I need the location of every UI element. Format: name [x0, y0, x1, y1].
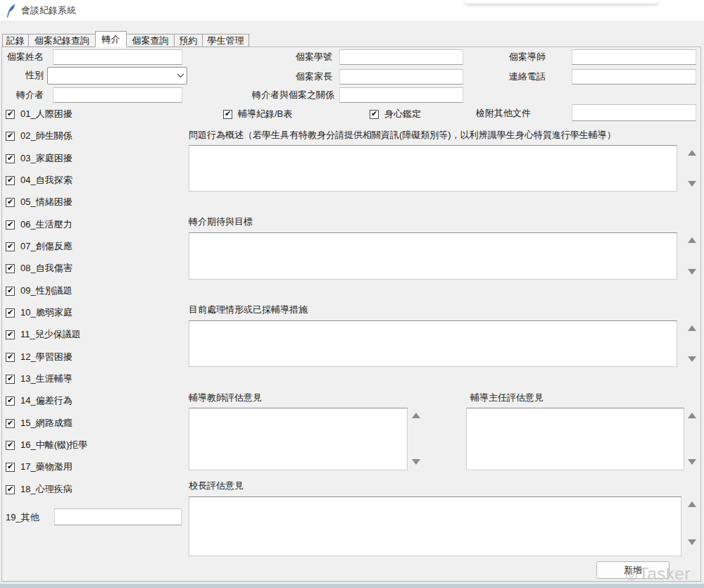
referrer-input[interactable] [53, 87, 182, 103]
issue-checkbox-05[interactable]: ✔05_情緒困擾 [6, 196, 73, 208]
issue-checkbox-10[interactable]: ✔10_脆弱家庭 [6, 306, 73, 319]
issue-checkbox-02[interactable]: ✔02_師生關係 [6, 130, 73, 142]
problem-section-label: 問題行為概述（若學生具有特教身分請提供相關資訊(障礙類別等)，以利辨識學生身心特… [189, 127, 616, 143]
issue-label: 17_藥物濫用 [20, 461, 73, 473]
checkbox-checked-icon: ✔ [6, 463, 15, 472]
checkbox-checked-icon: ✔ [6, 287, 15, 296]
scroll-down-arrow-icon[interactable] [688, 539, 696, 545]
director-opinion-label: 輔導主任評估意見 [470, 390, 543, 406]
issue-checkbox-09[interactable]: ✔09_性別議題 [6, 284, 73, 297]
gender-combobox[interactable] [47, 67, 187, 85]
tab-case-record-search[interactable]: 個案紀錄查詢 [28, 34, 96, 47]
checkbox-checked-icon: ✔ [6, 264, 15, 273]
tab-records[interactable]: 記錄 [2, 34, 29, 47]
issue-checkbox-06[interactable]: ✔06_生活壓力 [6, 218, 73, 231]
issue-checkbox-07[interactable]: ✔07_創傷反應 [6, 240, 73, 253]
scroll-up-arrow-icon[interactable] [688, 237, 696, 243]
doc-check-assessment[interactable]: ✔ 身心鑑定 [370, 108, 421, 120]
issue-checkbox-04[interactable]: ✔04_自我探索 [6, 174, 73, 187]
checkbox-checked-icon: ✔ [6, 308, 15, 318]
other-issue-input[interactable] [54, 508, 182, 525]
parent-label: 個案家長 [262, 69, 332, 85]
scroll-down-arrow-icon[interactable] [688, 356, 696, 362]
checkbox-checked-icon: ✔ [6, 198, 15, 207]
checkbox-checked-icon: ✔ [6, 242, 15, 251]
student-no-input[interactable] [339, 49, 463, 65]
scroll-down-arrow-icon[interactable] [688, 181, 696, 187]
case-name-input[interactable] [53, 49, 182, 65]
director-opinion-textarea[interactable] [466, 408, 684, 470]
checkbox-checked-icon: ✔ [6, 485, 15, 494]
mentor-label: 個案導師 [489, 49, 546, 65]
teacher-opinion-textarea[interactable] [189, 408, 408, 470]
issue-label: 01_人際困擾 [20, 108, 73, 120]
issue-label: 06_生活壓力 [20, 218, 73, 231]
checkbox-checked-icon: ✔ [6, 375, 15, 384]
student-no-label: 個案學號 [262, 49, 332, 65]
tasker-watermark-text: Tasker [639, 564, 691, 584]
checkbox-checked-icon: ✔ [6, 110, 15, 119]
checkbox-checked-icon: ✔ [6, 220, 15, 230]
tab-appointment[interactable]: 預約 [174, 34, 203, 47]
footer-divider [0, 582, 704, 582]
current-section-label: 目前處理情形或已採輔導措施 [189, 302, 308, 318]
issue-checkbox-17[interactable]: ✔17_藥物濫用 [6, 461, 73, 473]
issue-label: 04_自我探索 [20, 174, 73, 187]
scroll-up-arrow-icon[interactable] [688, 325, 696, 331]
issue-label: 10_脆弱家庭 [20, 306, 73, 319]
principal-opinion-label: 校長評估意見 [189, 478, 244, 494]
doc-check-assessment-label: 身心鑑定 [384, 108, 421, 120]
other-issue-label: 19_其他 [6, 509, 39, 526]
issue-checkbox-13[interactable]: ✔13_生涯輔導 [6, 373, 73, 385]
scroll-up-arrow-icon[interactable] [688, 413, 696, 418]
relation-input[interactable] [339, 87, 463, 103]
issue-checkbox-14[interactable]: ✔14_偏差行為 [6, 394, 73, 407]
issue-checkbox-18[interactable]: ✔18_心理疾病 [6, 483, 73, 496]
issue-checkbox-16[interactable]: ✔16_中離(輟)拒學 [6, 439, 87, 451]
tab-bar: 記錄 個案紀錄查詢 轉介 個案查詢 預約 學生管理 [2, 31, 249, 47]
issue-checkbox-01[interactable]: ✔01_人際困擾 [6, 108, 73, 120]
tab-case-search[interactable]: 個案查詢 [126, 34, 175, 47]
checkbox-checked-icon: ✔ [370, 110, 379, 119]
issue-label: 05_情緒困擾 [20, 196, 73, 208]
tab-student-management[interactable]: 學生管理 [202, 34, 249, 47]
phone-label: 連絡電話 [489, 69, 546, 85]
issue-label: 14_偏差行為 [20, 394, 73, 407]
issue-label: 09_性別議題 [20, 284, 73, 297]
issue-label: 15_網路成癮 [20, 417, 73, 430]
issue-checkbox-08[interactable]: ✔08_自我傷害 [6, 262, 73, 275]
problem-textarea[interactable] [189, 145, 677, 192]
doc-check-record-b-label: 輔導紀錄/B表 [238, 108, 292, 120]
checkbox-checked-icon: ✔ [6, 330, 15, 339]
principal-opinion-textarea[interactable] [189, 496, 681, 556]
scroll-up-arrow-icon[interactable] [688, 150, 696, 156]
attachment-input[interactable] [572, 104, 696, 121]
tab-referral[interactable]: 轉介 [95, 31, 127, 47]
doc-check-record-b[interactable]: ✔ 輔導紀錄/B表 [223, 108, 292, 120]
phone-input[interactable] [572, 69, 696, 85]
current-textarea[interactable] [189, 320, 677, 367]
scroll-down-arrow-icon[interactable] [688, 269, 696, 275]
issue-checkbox-11[interactable]: ✔11_兒少保議題 [6, 328, 81, 341]
scroll-down-arrow-icon[interactable] [412, 459, 420, 465]
scroll-up-arrow-icon[interactable] [688, 501, 696, 507]
issue-label: 07_創傷反應 [20, 240, 73, 253]
issue-label: 02_師生關係 [20, 130, 73, 142]
scroll-up-arrow-icon[interactable] [412, 413, 420, 418]
issue-checkbox-03[interactable]: ✔03_家庭困擾 [6, 152, 73, 165]
issue-label: 11_兒少保議題 [20, 328, 81, 341]
goal-section-label: 轉介期待與目標 [189, 214, 253, 230]
issue-label: 13_生涯輔導 [20, 373, 73, 385]
checkbox-checked-icon: ✔ [6, 353, 15, 362]
checkbox-checked-icon: ✔ [6, 176, 15, 185]
issue-checkbox-12[interactable]: ✔12_學習困擾 [6, 351, 73, 363]
issue-checkbox-15[interactable]: ✔15_網路成癮 [6, 417, 73, 430]
checkbox-checked-icon: ✔ [6, 396, 15, 406]
scroll-down-arrow-icon[interactable] [688, 459, 696, 465]
checkbox-checked-icon: ✔ [6, 441, 15, 450]
mentor-input[interactable] [572, 49, 696, 65]
goal-textarea[interactable] [189, 232, 677, 280]
parent-input[interactable] [339, 69, 463, 85]
teacher-opinion-label: 輔導教師評估意見 [189, 390, 262, 406]
checkbox-checked-icon: ✔ [6, 154, 15, 163]
